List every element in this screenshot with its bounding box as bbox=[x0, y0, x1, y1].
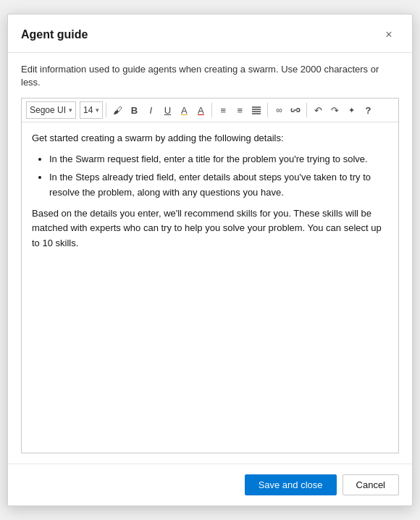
bullet-item-1: In the Swarm request field, enter a titl… bbox=[49, 152, 388, 167]
format-painter-button[interactable]: 🖌 bbox=[109, 101, 125, 119]
close-button[interactable]: × bbox=[379, 25, 399, 45]
underline-button[interactable]: U bbox=[159, 101, 175, 119]
editor-container: Segoe UI ▾ 14 ▾ 🖌 B I U A A ≡ ≡ bbox=[21, 98, 399, 453]
numbering-button[interactable]: ≡ bbox=[232, 101, 248, 119]
dialog-header: Agent guide × bbox=[8, 14, 412, 53]
align-icon bbox=[251, 105, 261, 115]
agent-guide-dialog: Agent guide × Edit information used to g… bbox=[7, 14, 413, 506]
insert-link-button[interactable] bbox=[287, 101, 303, 119]
close-icon: × bbox=[385, 28, 392, 41]
font-size-select[interactable]: 14 ▾ bbox=[80, 101, 103, 119]
bullet-item-2: In the Steps already tried field, enter … bbox=[49, 170, 388, 201]
font-family-chevron: ▾ bbox=[69, 106, 72, 114]
italic-button[interactable]: I bbox=[143, 101, 159, 119]
toolbar-separator-4 bbox=[306, 103, 307, 117]
intro-text: Get started creating a swarm by adding t… bbox=[32, 131, 388, 146]
toolbar-separator-3 bbox=[267, 103, 268, 117]
description-text: Edit information used to guide agents wh… bbox=[21, 63, 399, 89]
toolbar-separator-1 bbox=[106, 103, 106, 117]
cancel-button[interactable]: Cancel bbox=[343, 474, 399, 495]
bold-button[interactable]: B bbox=[126, 101, 142, 119]
toolbar-separator-2 bbox=[211, 103, 212, 117]
help-button[interactable]: ? bbox=[360, 101, 376, 119]
redo-button[interactable]: ↷ bbox=[327, 101, 343, 119]
font-family-select[interactable]: Segoe UI ▾ bbox=[26, 101, 76, 119]
dialog-body: Edit information used to guide agents wh… bbox=[8, 53, 412, 464]
link-button[interactable]: ∞ bbox=[271, 101, 287, 119]
save-close-button[interactable]: Save and close bbox=[245, 474, 337, 495]
toolbar: Segoe UI ▾ 14 ▾ 🖌 B I U A A ≡ ≡ bbox=[22, 98, 398, 122]
dialog-title: Agent guide bbox=[21, 28, 88, 41]
font-size-chevron: ▾ bbox=[96, 106, 99, 114]
editor-content[interactable]: Get started creating a swarm by adding t… bbox=[22, 122, 398, 453]
clear-format-button[interactable]: ✦ bbox=[343, 101, 359, 119]
font-color-button[interactable]: A bbox=[193, 101, 209, 119]
highlight-button[interactable]: A bbox=[176, 101, 192, 119]
dialog-footer: Save and close Cancel bbox=[8, 464, 412, 506]
align-button[interactable] bbox=[248, 101, 264, 119]
undo-button[interactable]: ↶ bbox=[310, 101, 326, 119]
bullet-list: In the Swarm request field, enter a titl… bbox=[49, 152, 388, 200]
insert-link-icon bbox=[290, 106, 301, 114]
bullets-button[interactable]: ≡ bbox=[215, 101, 231, 119]
paragraph-text: Based on the details you enter, we'll re… bbox=[32, 206, 388, 251]
